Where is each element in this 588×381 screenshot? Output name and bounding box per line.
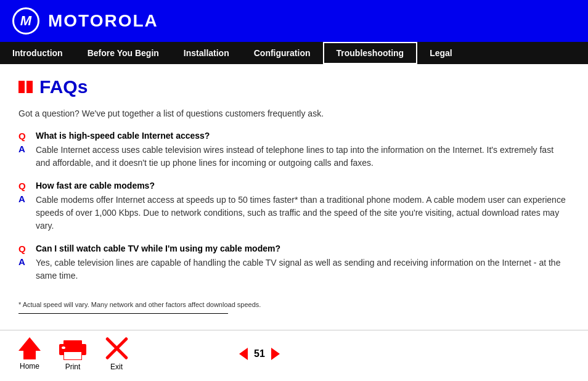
print-icon [59,337,86,360]
motorola-logo: M [12,7,39,35]
print-button[interactable]: Print [59,337,86,371]
nav-troubleshooting[interactable]: Troubleshooting [323,42,418,64]
nav-installation[interactable]: Installation [171,42,242,64]
page-number: 51 [254,348,265,359]
nav-before-you-begin[interactable]: Before You Begin [75,42,171,64]
faq-a-row-2: A Cable modems offer Internet access at … [18,194,570,232]
footnote-text: * Actual speed will vary. Many network a… [18,301,570,308]
faq-q-label-1: Q [18,131,31,141]
exit-button[interactable]: Exit [105,337,128,371]
exit-label: Exit [110,363,123,371]
faq-q-label-2: Q [18,181,31,191]
nav-introduction[interactable]: Introduction [0,42,75,64]
next-page-button[interactable] [271,348,280,360]
main-content: FAQs Got a question? We've put together … [0,64,588,324]
faq-q-row-1: Q What is high-speed cable Internet acce… [18,131,570,141]
faq-question-1: What is high-speed cable Internet access… [36,131,210,141]
brand-name: MOTOROLA [48,11,158,31]
prev-page-button[interactable] [239,348,248,360]
faq-a-row-1: A Cable Internet access uses cable telev… [18,144,570,170]
footer-nav: Home Print Exit [0,330,588,377]
faq-a-label-3: A [18,256,31,267]
home-label: Home [20,362,39,371]
footnote-divider [18,313,228,314]
intro-text: Got a question? We've put together a lis… [18,109,570,118]
nav-legal[interactable]: Legal [417,42,465,64]
home-button[interactable]: Home [18,337,41,371]
page-number-section: 51 [239,348,280,360]
print-label: Print [65,363,81,371]
page-title-wrapper: FAQs [18,76,570,97]
faq-question-2: How fast are cable modems? [36,181,155,190]
faq-q-label-3: Q [18,244,31,254]
page-title: FAQs [39,76,88,97]
faq-answer-3: Yes, cable television lines are capable … [36,256,570,282]
faq-a-label-2: A [18,194,31,204]
faq-answer-2: Cable modems offer Internet access at sp… [36,194,570,232]
logo-letter: M [20,13,31,29]
faq-q-row-2: Q How fast are cable modems? [18,181,570,191]
faq-question-3: Can I still watch cable TV while I'm usi… [36,244,280,253]
title-decoration [18,81,35,93]
header: M MOTOROLA [0,0,588,42]
faq-answer-1: Cable Internet access uses cable televis… [36,144,570,170]
main-nav: Introduction Before You Begin Installati… [0,42,588,64]
faq-a-label-1: A [18,144,31,154]
faq-item-2: Q How fast are cable modems? A Cable mod… [18,181,570,232]
footer-buttons: Home Print Exit [18,337,128,371]
faq-item-3: Q Can I still watch cable TV while I'm u… [18,244,570,282]
nav-configuration[interactable]: Configuration [242,42,323,64]
exit-icon [105,337,128,360]
faq-item-1: Q What is high-speed cable Internet acce… [18,131,570,170]
footnote-section: * Actual speed will vary. Many network a… [18,301,570,314]
home-icon [18,337,41,359]
faq-a-row-3: A Yes, cable television lines are capabl… [18,256,570,282]
faq-q-row-3: Q Can I still watch cable TV while I'm u… [18,244,570,254]
